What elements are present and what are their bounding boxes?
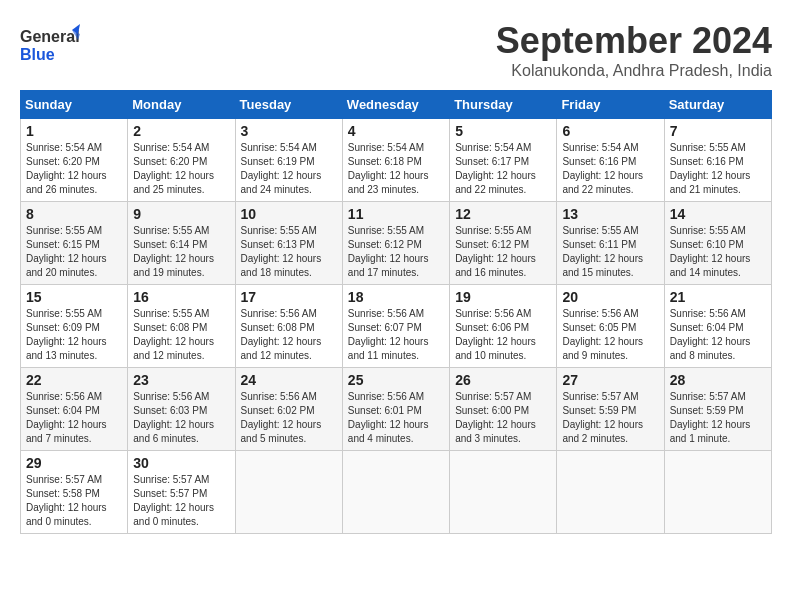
day-info: Sunrise: 5:55 AMSunset: 6:09 PMDaylight:… (26, 307, 122, 363)
day-number: 2 (133, 123, 229, 139)
calendar-cell (235, 451, 342, 534)
calendar-cell: 25Sunrise: 5:56 AMSunset: 6:01 PMDayligh… (342, 368, 449, 451)
calendar-cell: 9Sunrise: 5:55 AMSunset: 6:14 PMDaylight… (128, 202, 235, 285)
column-header-friday: Friday (557, 91, 664, 119)
day-info: Sunrise: 5:57 AMSunset: 5:57 PMDaylight:… (133, 473, 229, 529)
day-info: Sunrise: 5:56 AMSunset: 6:08 PMDaylight:… (241, 307, 337, 363)
day-info: Sunrise: 5:56 AMSunset: 6:01 PMDaylight:… (348, 390, 444, 446)
calendar-cell: 30Sunrise: 5:57 AMSunset: 5:57 PMDayligh… (128, 451, 235, 534)
calendar-cell: 11Sunrise: 5:55 AMSunset: 6:12 PMDayligh… (342, 202, 449, 285)
day-number: 18 (348, 289, 444, 305)
day-info: Sunrise: 5:56 AMSunset: 6:03 PMDaylight:… (133, 390, 229, 446)
day-info: Sunrise: 5:54 AMSunset: 6:20 PMDaylight:… (26, 141, 122, 197)
day-number: 8 (26, 206, 122, 222)
day-number: 10 (241, 206, 337, 222)
day-number: 12 (455, 206, 551, 222)
calendar-cell: 27Sunrise: 5:57 AMSunset: 5:59 PMDayligh… (557, 368, 664, 451)
day-info: Sunrise: 5:54 AMSunset: 6:18 PMDaylight:… (348, 141, 444, 197)
day-number: 3 (241, 123, 337, 139)
calendar-cell: 21Sunrise: 5:56 AMSunset: 6:04 PMDayligh… (664, 285, 771, 368)
day-info: Sunrise: 5:54 AMSunset: 6:17 PMDaylight:… (455, 141, 551, 197)
calendar-cell: 26Sunrise: 5:57 AMSunset: 6:00 PMDayligh… (450, 368, 557, 451)
calendar-week-row: 15Sunrise: 5:55 AMSunset: 6:09 PMDayligh… (21, 285, 772, 368)
day-info: Sunrise: 5:55 AMSunset: 6:12 PMDaylight:… (348, 224, 444, 280)
day-info: Sunrise: 5:56 AMSunset: 6:04 PMDaylight:… (670, 307, 766, 363)
day-number: 1 (26, 123, 122, 139)
calendar-table: SundayMondayTuesdayWednesdayThursdayFrid… (20, 90, 772, 534)
day-info: Sunrise: 5:55 AMSunset: 6:13 PMDaylight:… (241, 224, 337, 280)
day-number: 23 (133, 372, 229, 388)
calendar-cell: 23Sunrise: 5:56 AMSunset: 6:03 PMDayligh… (128, 368, 235, 451)
calendar-cell: 13Sunrise: 5:55 AMSunset: 6:11 PMDayligh… (557, 202, 664, 285)
day-number: 14 (670, 206, 766, 222)
day-info: Sunrise: 5:54 AMSunset: 6:16 PMDaylight:… (562, 141, 658, 197)
day-number: 29 (26, 455, 122, 471)
day-info: Sunrise: 5:57 AMSunset: 5:59 PMDaylight:… (562, 390, 658, 446)
day-info: Sunrise: 5:54 AMSunset: 6:20 PMDaylight:… (133, 141, 229, 197)
day-number: 17 (241, 289, 337, 305)
calendar-cell: 18Sunrise: 5:56 AMSunset: 6:07 PMDayligh… (342, 285, 449, 368)
column-header-sunday: Sunday (21, 91, 128, 119)
day-info: Sunrise: 5:57 AMSunset: 5:59 PMDaylight:… (670, 390, 766, 446)
day-info: Sunrise: 5:55 AMSunset: 6:14 PMDaylight:… (133, 224, 229, 280)
calendar-cell: 14Sunrise: 5:55 AMSunset: 6:10 PMDayligh… (664, 202, 771, 285)
day-number: 11 (348, 206, 444, 222)
calendar-cell: 22Sunrise: 5:56 AMSunset: 6:04 PMDayligh… (21, 368, 128, 451)
calendar-cell: 15Sunrise: 5:55 AMSunset: 6:09 PMDayligh… (21, 285, 128, 368)
calendar-cell: 5Sunrise: 5:54 AMSunset: 6:17 PMDaylight… (450, 119, 557, 202)
svg-text:General: General (20, 28, 80, 45)
calendar-body: 1Sunrise: 5:54 AMSunset: 6:20 PMDaylight… (21, 119, 772, 534)
calendar-cell: 16Sunrise: 5:55 AMSunset: 6:08 PMDayligh… (128, 285, 235, 368)
day-info: Sunrise: 5:57 AMSunset: 5:58 PMDaylight:… (26, 473, 122, 529)
calendar-cell: 17Sunrise: 5:56 AMSunset: 6:08 PMDayligh… (235, 285, 342, 368)
day-number: 22 (26, 372, 122, 388)
calendar-cell: 7Sunrise: 5:55 AMSunset: 6:16 PMDaylight… (664, 119, 771, 202)
calendar-header-row: SundayMondayTuesdayWednesdayThursdayFrid… (21, 91, 772, 119)
day-number: 21 (670, 289, 766, 305)
calendar-cell: 29Sunrise: 5:57 AMSunset: 5:58 PMDayligh… (21, 451, 128, 534)
calendar-week-row: 1Sunrise: 5:54 AMSunset: 6:20 PMDaylight… (21, 119, 772, 202)
day-info: Sunrise: 5:55 AMSunset: 6:15 PMDaylight:… (26, 224, 122, 280)
day-info: Sunrise: 5:55 AMSunset: 6:10 PMDaylight:… (670, 224, 766, 280)
calendar-cell: 24Sunrise: 5:56 AMSunset: 6:02 PMDayligh… (235, 368, 342, 451)
day-number: 26 (455, 372, 551, 388)
calendar-cell: 20Sunrise: 5:56 AMSunset: 6:05 PMDayligh… (557, 285, 664, 368)
column-header-saturday: Saturday (664, 91, 771, 119)
day-info: Sunrise: 5:55 AMSunset: 6:12 PMDaylight:… (455, 224, 551, 280)
day-number: 19 (455, 289, 551, 305)
svg-text:Blue: Blue (20, 46, 55, 63)
logo-icon: General Blue (20, 20, 80, 70)
calendar-cell: 28Sunrise: 5:57 AMSunset: 5:59 PMDayligh… (664, 368, 771, 451)
calendar-cell: 12Sunrise: 5:55 AMSunset: 6:12 PMDayligh… (450, 202, 557, 285)
day-number: 25 (348, 372, 444, 388)
day-info: Sunrise: 5:56 AMSunset: 6:05 PMDaylight:… (562, 307, 658, 363)
logo: General Blue (20, 20, 80, 70)
day-info: Sunrise: 5:54 AMSunset: 6:19 PMDaylight:… (241, 141, 337, 197)
day-number: 28 (670, 372, 766, 388)
day-number: 6 (562, 123, 658, 139)
day-number: 24 (241, 372, 337, 388)
calendar-cell: 19Sunrise: 5:56 AMSunset: 6:06 PMDayligh… (450, 285, 557, 368)
column-header-tuesday: Tuesday (235, 91, 342, 119)
column-header-monday: Monday (128, 91, 235, 119)
column-header-thursday: Thursday (450, 91, 557, 119)
day-number: 9 (133, 206, 229, 222)
day-info: Sunrise: 5:56 AMSunset: 6:06 PMDaylight:… (455, 307, 551, 363)
month-title: September 2024 (496, 20, 772, 62)
calendar-cell: 4Sunrise: 5:54 AMSunset: 6:18 PMDaylight… (342, 119, 449, 202)
calendar-cell (342, 451, 449, 534)
day-number: 15 (26, 289, 122, 305)
day-info: Sunrise: 5:55 AMSunset: 6:08 PMDaylight:… (133, 307, 229, 363)
day-info: Sunrise: 5:55 AMSunset: 6:16 PMDaylight:… (670, 141, 766, 197)
calendar-cell: 10Sunrise: 5:55 AMSunset: 6:13 PMDayligh… (235, 202, 342, 285)
day-info: Sunrise: 5:57 AMSunset: 6:00 PMDaylight:… (455, 390, 551, 446)
calendar-cell: 6Sunrise: 5:54 AMSunset: 6:16 PMDaylight… (557, 119, 664, 202)
day-number: 27 (562, 372, 658, 388)
calendar-week-row: 8Sunrise: 5:55 AMSunset: 6:15 PMDaylight… (21, 202, 772, 285)
day-number: 5 (455, 123, 551, 139)
column-header-wednesday: Wednesday (342, 91, 449, 119)
calendar-week-row: 29Sunrise: 5:57 AMSunset: 5:58 PMDayligh… (21, 451, 772, 534)
day-info: Sunrise: 5:56 AMSunset: 6:07 PMDaylight:… (348, 307, 444, 363)
calendar-cell (664, 451, 771, 534)
calendar-cell: 1Sunrise: 5:54 AMSunset: 6:20 PMDaylight… (21, 119, 128, 202)
